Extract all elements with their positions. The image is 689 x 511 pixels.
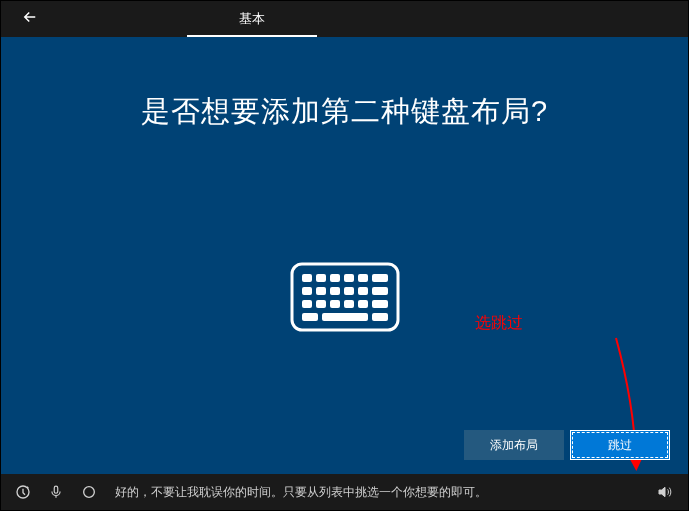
svg-point-24 xyxy=(84,487,95,498)
svg-rect-1 xyxy=(302,274,312,282)
keyboard-icon xyxy=(290,262,400,336)
button-row: 添加布局 跳过 xyxy=(464,430,670,460)
microphone-icon[interactable] xyxy=(49,484,63,500)
svg-rect-10 xyxy=(344,287,354,295)
svg-rect-7 xyxy=(302,287,312,295)
svg-rect-14 xyxy=(316,300,326,308)
svg-rect-3 xyxy=(330,274,340,282)
svg-rect-12 xyxy=(372,287,388,295)
add-layout-button[interactable]: 添加布局 xyxy=(464,430,564,460)
svg-rect-11 xyxy=(358,287,368,295)
svg-rect-18 xyxy=(372,300,388,308)
svg-rect-5 xyxy=(358,274,368,282)
svg-rect-4 xyxy=(344,274,354,282)
page-title: 是否想要添加第二种键盘布局? xyxy=(1,92,688,132)
svg-rect-16 xyxy=(344,300,354,308)
tab-basic[interactable]: 基本 xyxy=(187,1,317,37)
svg-rect-19 xyxy=(302,313,318,321)
svg-rect-13 xyxy=(302,300,312,308)
annotation-text: 选跳过 xyxy=(475,313,523,334)
back-button[interactable] xyxy=(17,4,43,34)
svg-rect-20 xyxy=(322,313,368,321)
accessibility-icon[interactable] xyxy=(15,484,31,500)
skip-button[interactable]: 跳过 xyxy=(570,430,670,460)
svg-rect-15 xyxy=(330,300,340,308)
svg-rect-9 xyxy=(330,287,340,295)
svg-rect-6 xyxy=(372,274,388,282)
cortana-icon[interactable] xyxy=(81,484,97,500)
svg-rect-2 xyxy=(316,274,326,282)
volume-icon[interactable] xyxy=(656,484,674,500)
svg-rect-21 xyxy=(372,313,388,321)
top-bar: 基本 xyxy=(1,1,688,37)
svg-rect-8 xyxy=(316,287,326,295)
svg-rect-23 xyxy=(54,486,58,493)
main-panel: 是否想要添加第二种键盘布局? xyxy=(1,37,688,474)
cortana-text: 好的，不要让我耽误你的时间。只要从列表中挑选一个你想要的即可。 xyxy=(115,485,638,500)
oobe-screen: 基本 是否想要添加第二种键盘布局? xyxy=(0,0,689,511)
svg-rect-17 xyxy=(358,300,368,308)
taskbar: 好的，不要让我耽误你的时间。只要从列表中挑选一个你想要的即可。 xyxy=(1,474,688,510)
